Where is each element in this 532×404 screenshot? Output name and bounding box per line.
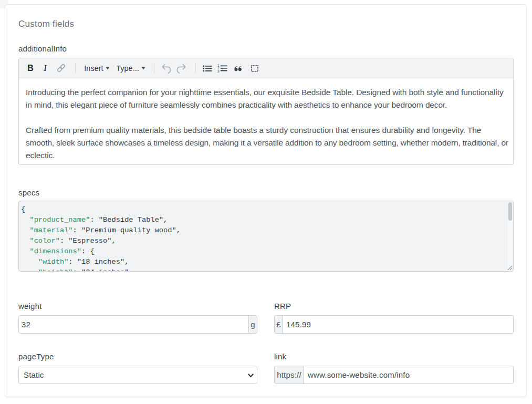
svg-text:3: 3 <box>217 69 220 72</box>
